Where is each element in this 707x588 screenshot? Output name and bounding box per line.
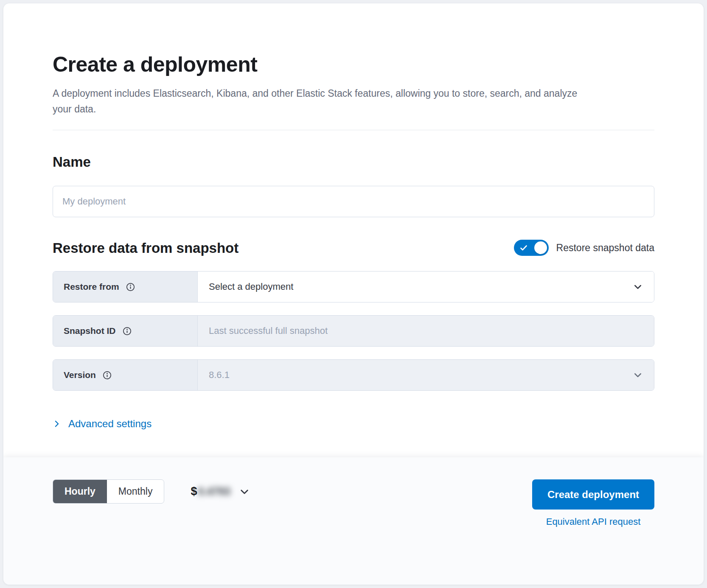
check-icon xyxy=(520,245,527,252)
snapshot-id-input xyxy=(209,316,643,346)
price-currency: $ xyxy=(191,485,197,498)
version-value: 8.6.1 xyxy=(209,370,230,381)
bottom-bar: Hourly Monthly $ 0.4793 Create deploymen… xyxy=(3,457,704,585)
snapshot-id-label-cell: Snapshot ID xyxy=(53,316,198,346)
version-label: Version xyxy=(64,370,96,380)
page-subtitle: A deployment includes Elasticsearch, Kib… xyxy=(53,86,596,117)
create-deployment-panel: Create a deployment A deployment include… xyxy=(3,3,704,585)
snapshot-id-label: Snapshot ID xyxy=(64,326,116,336)
footer-actions: Create deployment Equivalent API request xyxy=(532,479,654,527)
equivalent-api-request-link[interactable]: Equivalent API request xyxy=(546,516,641,527)
toggle-knob xyxy=(534,241,547,254)
restore-from-value: Select a deployment xyxy=(209,281,293,292)
advanced-settings-label: Advanced settings xyxy=(68,418,152,430)
snapshot-section-header: Restore data from snapshot Restore snaps… xyxy=(53,239,654,257)
restore-snapshot-toggle-label[interactable]: Restore snapshot data xyxy=(556,242,654,254)
billing-interval-toggle: Hourly Monthly xyxy=(53,479,164,504)
restore-from-select[interactable]: Select a deployment xyxy=(198,272,654,302)
snapshot-section-heading: Restore data from snapshot xyxy=(53,239,238,257)
restore-from-label-cell: Restore from xyxy=(53,272,198,302)
version-label-cell: Version xyxy=(53,360,198,390)
version-row: Version 8.6.1 xyxy=(53,359,654,391)
chevron-right-icon xyxy=(53,420,61,428)
advanced-settings-link[interactable]: Advanced settings xyxy=(53,418,152,430)
info-icon[interactable] xyxy=(103,371,112,380)
info-icon[interactable] xyxy=(123,327,132,336)
restore-snapshot-toggle[interactable] xyxy=(514,240,549,256)
price-breakdown-toggle[interactable] xyxy=(237,484,252,499)
page-title: Create a deployment xyxy=(53,52,654,77)
restore-from-row: Restore from Select a deployment xyxy=(53,271,654,302)
billing-monthly-button[interactable]: Monthly xyxy=(107,480,164,503)
main-content: Create a deployment A deployment include… xyxy=(3,3,704,430)
chevron-down-icon xyxy=(239,486,250,497)
deployment-name-input[interactable] xyxy=(53,186,654,217)
restore-from-label: Restore from xyxy=(64,282,119,292)
divider xyxy=(53,130,654,130)
create-deployment-button[interactable]: Create deployment xyxy=(532,479,654,510)
restore-snapshot-toggle-group: Restore snapshot data xyxy=(514,240,654,256)
name-section-heading: Name xyxy=(53,153,654,171)
price-display: $ 0.4793 xyxy=(191,479,252,504)
info-icon[interactable] xyxy=(126,283,135,291)
snapshot-id-field-wrap xyxy=(198,316,654,346)
version-select: 8.6.1 xyxy=(198,360,654,390)
chevron-down-icon xyxy=(633,282,643,292)
chevron-down-icon xyxy=(633,370,643,380)
price-amount-redacted: 0.4793 xyxy=(198,485,230,498)
billing-hourly-button[interactable]: Hourly xyxy=(53,480,107,503)
snapshot-id-row: Snapshot ID xyxy=(53,315,654,347)
